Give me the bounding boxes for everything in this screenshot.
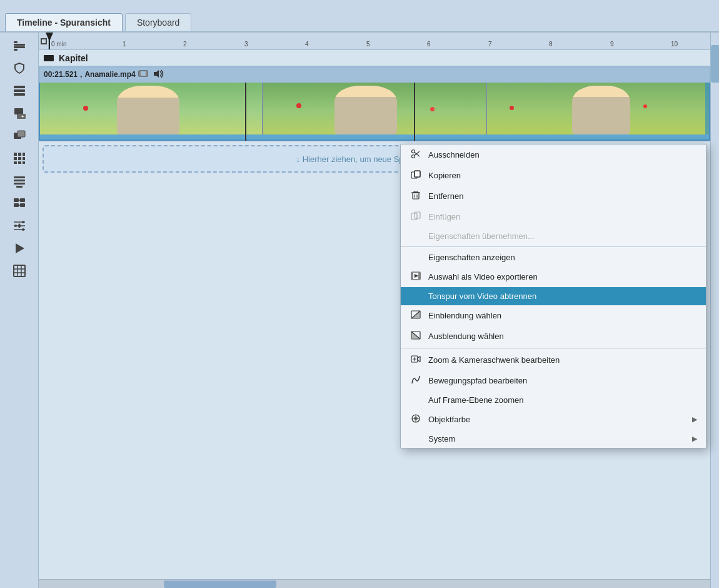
paste-icon [410,211,422,223]
ctx-motion-path[interactable]: Bewegungspfad bearbeiten [401,370,706,391]
ctx-fade-in[interactable]: Einblendung wählen [401,305,706,326]
svg-rect-20 [23,161,25,164]
svg-rect-25 [14,198,19,202]
ruler-mark-1: 1 [123,41,126,48]
ctx-export-video[interactable]: Auswahl als Video exportieren [401,266,706,287]
ruler-mark-0: 0 min [51,41,66,48]
trim-tool[interactable] [6,58,33,79]
svg-marker-34 [18,223,21,228]
ruler-mark-9: 9 [610,41,614,48]
ctx-frame-zoom[interactable]: Auf Frame-Ebene zoomen [401,391,706,409]
audio-bar [39,134,710,141]
copy-icon [410,170,422,181]
ctx-fade-in-label: Einblendung wählen [428,311,697,320]
matrix-tool[interactable] [6,148,33,169]
transitions-tool[interactable] [6,193,33,214]
ctx-obj-color-label: Objektfarbe [428,415,686,424]
svg-rect-28 [20,203,25,207]
v-scrollbar-thumb[interactable] [711,45,719,83]
track-header: 00:21.521 , Anamalie.mp4 [39,66,710,83]
svg-rect-2 [14,41,18,43]
svg-rect-6 [14,93,25,96]
cut-tool[interactable] [6,35,33,56]
ctx-copy[interactable]: Kopieren [401,165,706,186]
thumb-strip [39,83,710,141]
obj-color-icon [410,413,422,425]
svg-rect-26 [20,198,25,202]
ctx-sep-2 [401,348,706,348]
ctx-cut[interactable]: Ausschneiden [401,144,706,165]
svg-rect-16 [18,157,21,160]
ruler-mark-10: 10 [671,41,678,48]
ctx-zoom-camera[interactable]: Zoom & Kameraschwenk bearbeiten [401,350,706,370]
film-icon [138,69,148,79]
ctx-fade-out-label: Ausblendung wählen [428,332,697,341]
chapter-icon [44,55,54,61]
chapter-row: Kapitel [39,50,710,66]
video-track[interactable]: 00:21.521 , Anamalie.mp4 [39,66,710,141]
ctx-delete-label: Entfernen [428,191,697,201]
tab-storyboard[interactable]: Storyboard [125,13,191,31]
svg-rect-1 [14,46,25,48]
layers-tool[interactable] [6,170,33,191]
v-scrollbar[interactable] [710,33,719,588]
h-scrollbar-thumb[interactable] [164,580,276,588]
duplicate-tool[interactable] [6,125,33,146]
ctx-show-props[interactable]: Eigenschaften anzeigen [401,248,706,266]
ctx-delete[interactable]: Entfernen [401,186,706,206]
svg-point-36 [22,221,24,223]
svg-point-49 [412,155,415,158]
svg-rect-14 [23,153,25,156]
ctx-obj-color[interactable]: Objektfarbe ▶ [401,409,706,430]
ctx-motion-path-label: Bewegungspfad bearbeiten [428,376,697,385]
frame-tool[interactable] [6,260,33,281]
track-tool[interactable] [6,80,33,101]
svg-rect-4 [14,86,25,88]
svg-rect-0 [14,44,25,46]
svg-rect-64 [411,272,413,280]
ruler-mark-6: 6 [427,41,431,48]
export-icon [410,271,422,283]
svg-line-51 [415,151,420,156]
toolbar: + [0,33,39,588]
play-tool[interactable] [6,238,33,259]
tab-bar: Timeline - Spuransicht Storyboard [0,0,719,33]
track-time: 00:21.521 [44,70,78,79]
svg-rect-47 [140,72,146,75]
svg-marker-38 [16,243,24,253]
ctx-fade-out[interactable]: Ausblendung wählen [401,326,706,347]
context-menu: Ausschneiden Kopieren Entfernen [400,144,706,449]
ctx-system[interactable]: System ▶ [401,430,706,448]
ctx-show-props-label: Eigenschaften anzeigen [428,253,697,262]
svg-marker-66 [415,274,418,278]
ruler-mark-4: 4 [305,41,309,48]
h-scrollbar[interactable] [39,579,710,588]
selection-handle [705,83,710,141]
keyframe-tool[interactable] [6,215,33,236]
cut-line-2 [414,83,415,141]
ruler-mark-8: 8 [549,41,553,48]
svg-rect-58 [414,191,418,193]
cut-line-1 [245,83,246,141]
tab-timeline[interactable]: Timeline - Spuransicht [5,13,123,31]
ctx-system-label: System [428,434,686,444]
svg-point-35 [14,225,17,227]
ctx-detach-audio[interactable]: Tonspur vom Video abtrennen [401,287,706,305]
add-overlay-tool[interactable]: + [6,103,33,124]
scissors-icon [410,149,422,161]
svg-line-52 [415,153,420,157]
svg-rect-18 [14,161,17,164]
svg-text:+: + [21,114,24,119]
svg-point-50 [412,150,415,153]
ctx-apply-props: Eigenschaften übernehmen... [401,227,706,245]
ctx-paste: Einfügen [401,206,706,227]
track-filename: Anamalie.mp4 [84,70,135,79]
ruler-mark-7: 7 [488,41,492,48]
zoom-camera-icon [410,354,422,366]
svg-rect-24 [16,186,23,188]
motion-path-icon [410,375,422,387]
ctx-apply-props-label: Eigenschaften übernehmen... [428,231,697,241]
svg-rect-27 [14,203,19,207]
ctx-cut-label: Ausschneiden [428,150,697,160]
trash-icon [410,190,422,202]
